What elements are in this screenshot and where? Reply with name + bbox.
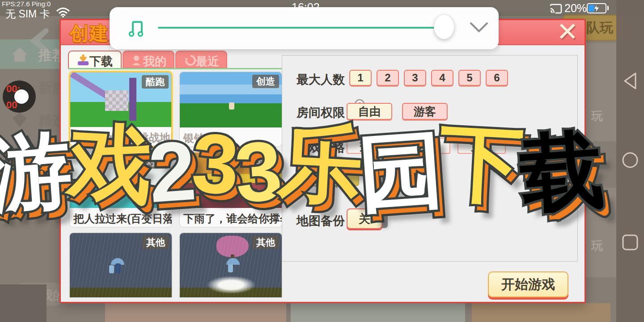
screen-recorder-widget[interactable]: 00: 00 (3, 80, 36, 113)
map-category-badge: 酷跑 (142, 75, 169, 89)
android-nav-bar (616, 0, 644, 322)
music-player-card (110, 7, 499, 49)
permission-option-free[interactable]: 自由 (347, 103, 392, 120)
map-card[interactable]: 对战 把人拉过来(百变日落版) (69, 152, 173, 228)
backup-toggle[interactable]: 关 (347, 208, 382, 229)
password-label: 房间密码 (297, 175, 345, 191)
recents-square-icon[interactable] (621, 233, 639, 251)
screen: 联机大厅 组队玩 推荐 新热 精选 我的 玩 玩 (0, 0, 644, 322)
map-thumbnail: 酷跑 (70, 72, 171, 129)
map-card-list: 酷跑 不一样的网红挑战地图 创造 银铃 对战 把人拉过来(百变日落版) 其他 下… (68, 70, 289, 297)
map-category-badge: 创造 (252, 75, 279, 88)
music-note-icon (127, 19, 147, 38)
tab-recent[interactable]: 最近 (175, 51, 227, 68)
max-players-option-2[interactable]: 2 (377, 70, 399, 86)
map-category-badge: 其他 (252, 155, 279, 169)
map-card[interactable]: 酷跑 不一样的网红挑战地图 (69, 71, 173, 147)
style-option-friends[interactable]: 交友 (347, 138, 395, 154)
map-thumbnail: 对战 (70, 153, 172, 209)
style-option-coop[interactable]: 协作 (402, 138, 450, 154)
tab-mine[interactable]: 我的 (123, 51, 174, 68)
map-card[interactable]: 其他 下雨了，谁会给你撑伞? (179, 152, 283, 228)
start-game-button[interactable]: 开始游戏 (488, 271, 568, 297)
download-icon (77, 55, 89, 66)
tab-downloaded[interactable]: 下载 (68, 51, 122, 68)
backup-label: 地图备份 (297, 213, 345, 229)
tab-underline (68, 68, 288, 69)
map-card[interactable]: 其他 (179, 232, 283, 297)
map-thumbnail: 其他 (70, 233, 172, 297)
recorder-dot (14, 89, 29, 104)
map-card[interactable]: 其他 (69, 232, 173, 297)
music-progress-bar[interactable] (158, 27, 444, 29)
map-thumbnail: 创造 (180, 72, 282, 128)
home-circle-icon[interactable] (621, 151, 639, 169)
person-icon (131, 55, 144, 66)
permission-option-guest[interactable]: 游客 (402, 103, 448, 120)
map-category-badge: 其他 (252, 236, 279, 249)
style-option-competitive[interactable]: 竞技 (458, 138, 506, 154)
room-settings-panel: 最大人数 1 2 3 4 5 6 房间权限 ? 自由 游客 游戏风格 交友 协作… (282, 55, 578, 262)
map-card[interactable]: 创造 银铃 (179, 71, 283, 147)
map-title: 不一样的网红挑战地图 (70, 127, 171, 146)
create-room-dialog: 创建房间 ✕ 下载 我的 最近 酷跑 不一样的网红挑战地图 (59, 19, 586, 303)
permission-label: 房间权限 (297, 105, 345, 121)
style-label: 游戏风格 (297, 140, 345, 156)
chevron-down-icon[interactable] (467, 20, 491, 36)
back-triangle-icon[interactable] (621, 71, 639, 91)
max-players-option-5[interactable]: 5 (458, 70, 481, 86)
close-icon[interactable]: ✕ (556, 17, 578, 46)
map-category-badge: 对战 (142, 155, 169, 169)
history-icon (184, 55, 197, 66)
music-progress-thumb[interactable] (434, 14, 454, 39)
map-category-badge: 其他 (142, 236, 169, 249)
max-players-option-3[interactable]: 3 (404, 70, 426, 86)
map-title: 把人拉过来(百变日落版) (70, 208, 172, 227)
max-players-option-6[interactable]: 6 (486, 70, 508, 86)
max-players-option-1[interactable]: 1 (349, 70, 372, 86)
map-thumbnail: 其他 (180, 153, 282, 209)
max-players-option-4[interactable]: 4 (431, 70, 453, 86)
max-players-label: 最大人数 (297, 72, 345, 88)
map-title: 下雨了，谁会给你撑伞? (180, 208, 282, 227)
password-checkbox[interactable] (347, 174, 359, 186)
map-title: 银铃 (180, 127, 282, 146)
encrypt-label: 加密 (365, 175, 390, 191)
map-thumbnail: 其他 (180, 233, 282, 297)
